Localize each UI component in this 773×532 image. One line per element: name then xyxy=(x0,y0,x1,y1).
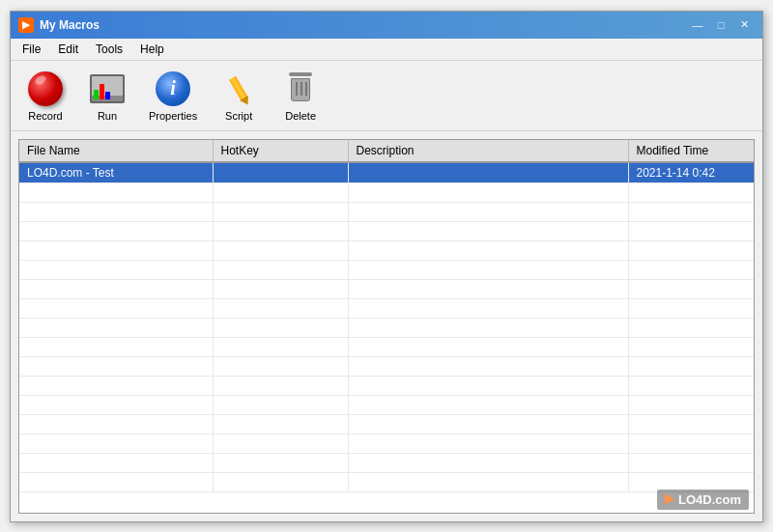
bar1 xyxy=(94,90,99,99)
bar3 xyxy=(105,92,110,99)
close-button[interactable]: ✕ xyxy=(733,16,755,34)
maximize-button[interactable]: □ xyxy=(710,16,731,34)
col-description: Description xyxy=(348,140,628,162)
delete-icon xyxy=(285,72,316,105)
toolbar: Record Run i Properties xyxy=(11,61,762,131)
delete-label: Delete xyxy=(285,110,316,122)
trash-lid xyxy=(289,72,312,76)
properties-label: Properties xyxy=(149,110,197,122)
table-row xyxy=(19,356,754,376)
properties-icon: i xyxy=(156,71,190,106)
header-row: File Name HotKey Description Modified Ti… xyxy=(19,140,754,162)
properties-button[interactable]: i Properties xyxy=(140,65,206,126)
properties-icon-container: i xyxy=(154,70,192,108)
window-icon: ▶ xyxy=(18,17,34,33)
run-label: Run xyxy=(98,110,117,122)
table-row xyxy=(19,260,754,279)
table-row xyxy=(19,453,754,472)
menu-help[interactable]: Help xyxy=(132,41,172,58)
table-row xyxy=(19,376,754,395)
watermark: LO4D.com xyxy=(657,490,749,510)
col-modified: Modified Time xyxy=(628,140,754,162)
table-row xyxy=(19,221,754,240)
menu-bar: File Edit Tools Help xyxy=(11,39,762,61)
delete-icon-container xyxy=(281,70,320,108)
table-row xyxy=(19,337,754,356)
run-icon xyxy=(90,74,125,103)
table-row xyxy=(19,279,754,298)
cell-description xyxy=(348,162,628,183)
table-row xyxy=(19,182,754,202)
table-header: File Name HotKey Description Modified Ti… xyxy=(19,140,754,162)
main-window: ▶ My Macros — □ ✕ File Edit Tools Help R… xyxy=(10,11,763,522)
cell-modified: 2021-1-14 0:42 xyxy=(628,162,754,183)
script-button[interactable]: Script xyxy=(210,65,268,126)
record-icon xyxy=(28,71,63,106)
script-icon-container xyxy=(219,70,258,108)
watermark-inner: LO4D.com xyxy=(657,490,749,510)
record-label: Record xyxy=(28,110,62,122)
table-row[interactable]: LO4D.com - Test 2021-1-14 0:42 xyxy=(19,162,754,183)
script-label: Script xyxy=(225,110,252,122)
table-row xyxy=(19,202,754,221)
watermark-arrow-icon xyxy=(665,493,674,505)
menu-file[interactable]: File xyxy=(14,41,48,58)
macros-table: File Name HotKey Description Modified Ti… xyxy=(19,140,754,492)
cell-filename: LO4D.com - Test xyxy=(19,162,213,183)
title-bar: ▶ My Macros — □ ✕ xyxy=(11,12,762,39)
pencil-body xyxy=(229,75,248,101)
trash-body xyxy=(291,78,310,101)
col-filename: File Name xyxy=(19,140,213,162)
record-button[interactable]: Record xyxy=(16,65,74,126)
content-area: File Name HotKey Description Modified Ti… xyxy=(11,131,762,521)
watermark-text: LO4D.com xyxy=(678,492,741,507)
run-icon-container xyxy=(88,70,127,108)
col-hotkey: HotKey xyxy=(213,140,348,162)
table-row xyxy=(19,434,754,453)
table-row xyxy=(19,414,754,434)
menu-tools[interactable]: Tools xyxy=(88,41,130,58)
table-row xyxy=(19,298,754,318)
bar2 xyxy=(100,84,104,99)
table-row xyxy=(19,395,754,414)
table-container[interactable]: File Name HotKey Description Modified Ti… xyxy=(18,139,755,514)
pencil-tip xyxy=(240,96,252,107)
trash-lines xyxy=(296,82,307,96)
minimize-button[interactable]: — xyxy=(687,16,708,34)
table-row xyxy=(19,472,754,491)
cell-hotkey xyxy=(213,162,348,183)
table-row xyxy=(19,318,754,337)
menu-edit[interactable]: Edit xyxy=(50,41,86,58)
title-controls: — □ ✕ xyxy=(687,16,755,34)
record-icon-container xyxy=(26,70,65,108)
title-bar-left: ▶ My Macros xyxy=(18,17,100,33)
window-title: My Macros xyxy=(40,18,100,32)
run-button[interactable]: Run xyxy=(78,65,136,126)
script-icon xyxy=(221,71,256,106)
table-row xyxy=(19,240,754,260)
delete-button[interactable]: Delete xyxy=(272,65,329,126)
table-body: LO4D.com - Test 2021-1-14 0:42 xyxy=(19,162,754,492)
